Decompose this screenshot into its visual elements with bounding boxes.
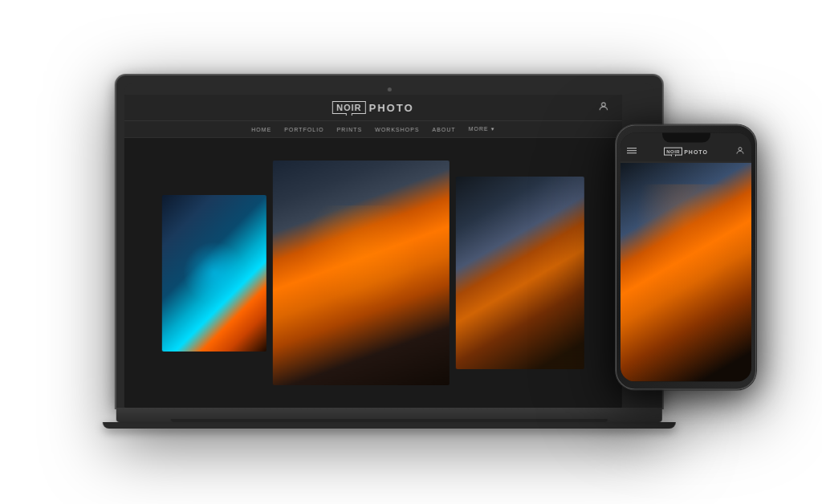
hamburger-icon[interactable] [627,147,637,156]
laptop-camera-dot [387,87,391,91]
laptop-screen: NOIR PHOTO HOME PORTFOLIO [124,95,622,408]
photo-train-right [456,177,584,369]
laptop-bottom [103,422,676,429]
nav-workshops[interactable]: WORKSHOPS [375,127,419,132]
site-header: NOIR PHOTO [124,95,622,121]
phone-user-icon[interactable] [735,146,745,157]
laptop-screen-outer: NOIR PHOTO HOME PORTFOLIO [116,75,662,408]
phone-device: NOIR PHOTO [616,125,756,390]
nav-about[interactable]: ABOUT [432,127,455,132]
site-content [124,138,622,408]
website-mobile: NOIR PHOTO [621,133,751,382]
user-icon[interactable] [598,101,609,115]
phone-logo-photo: PHOTO [684,148,708,154]
phone-logo: NOIR PHOTO [664,148,708,156]
phone-logo-noir: NOIR [664,148,682,156]
phone-content [621,163,751,382]
site-logo: NOIR PHOTO [332,101,414,114]
photo-train-main [273,161,450,385]
laptop-device: NOIR PHOTO HOME PORTFOLIO [116,75,662,429]
svg-point-4 [739,148,742,151]
svg-point-0 [601,103,605,107]
laptop-base [116,408,662,422]
nav-portfolio[interactable]: PORTFOLIO [284,127,324,132]
scene: NOIR PHOTO HOME PORTFOLIO [0,0,822,504]
phone-photo-train [621,163,751,382]
phone-notch [662,133,710,143]
phone-screen: NOIR PHOTO [621,133,751,382]
nav-home[interactable]: HOME [251,127,271,132]
logo-photo: PHOTO [369,102,414,114]
website-desktop: NOIR PHOTO HOME PORTFOLIO [124,95,622,408]
photo-urban-tunnel [162,195,267,352]
nav-prints[interactable]: PRINTS [336,127,362,132]
laptop-camera-bar [124,83,654,95]
phone-outer: NOIR PHOTO [616,125,756,390]
logo-noir: NOIR [332,101,366,114]
site-nav: HOME PORTFOLIO PRINTS WORKSHOPS ABOUT MO… [124,121,622,138]
nav-more[interactable]: MORE [469,126,495,132]
